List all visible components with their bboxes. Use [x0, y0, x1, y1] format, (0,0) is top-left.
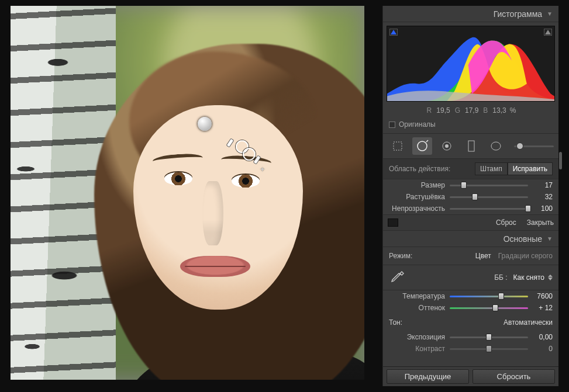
spot-opacity-row: Непрозрачность 100: [383, 203, 558, 214]
tint-value[interactable]: + 12: [533, 304, 553, 312]
basic-panel-header[interactable]: Основные ▼: [383, 231, 558, 247]
exposure-row: Экспозиция 0,00: [383, 331, 558, 343]
tint-row: Оттенок + 12: [383, 302, 558, 314]
treatment-row: Режим: Цвет Градации серого: [383, 247, 558, 265]
exposure-label: Экспозиция: [389, 333, 445, 341]
graduated-filter-icon[interactable]: [461, 137, 481, 155]
spot-feather-label: Растушёвка: [389, 193, 445, 201]
svg-rect-5: [468, 141, 474, 151]
spot-before-after-icon[interactable]: [388, 218, 398, 227]
spot-feather-row: Растушёвка 32: [383, 191, 558, 203]
svg-line-2: [426, 140, 428, 142]
svg-point-1: [418, 141, 427, 151]
photo-viewport[interactable]: +: [11, 6, 364, 380]
temp-value[interactable]: 7600: [533, 292, 553, 300]
area-label: Область действия:: [389, 165, 450, 173]
subject-lips: [180, 256, 250, 277]
temp-slider[interactable]: [450, 293, 528, 300]
subject-nose: [202, 181, 223, 245]
wb-preset-select[interactable]: Как снято: [513, 273, 553, 282]
spot-reset-link[interactable]: Сброс: [496, 218, 516, 227]
exposure-value[interactable]: 0,00: [533, 333, 553, 341]
spot-source-marker[interactable]: [198, 117, 212, 131]
histogram-title: Гистограмма: [494, 9, 542, 19]
mode-clone[interactable]: Исправить: [508, 162, 553, 175]
contrast-label: Контраст: [389, 345, 445, 353]
contrast-row: Контраст 0: [383, 343, 558, 355]
temp-row: Температура 7600: [383, 290, 558, 302]
contrast-slider[interactable]: [450, 345, 528, 352]
contrast-value[interactable]: 0: [533, 345, 553, 353]
basic-title: Основные: [504, 234, 542, 244]
rgb-readout: R19,5 G17,9 B13,3 %: [383, 105, 558, 118]
tone-header: Тон: Автоматически: [383, 314, 558, 331]
tone-auto-link[interactable]: Автоматически: [504, 318, 553, 327]
previous-button[interactable]: Предыдущие: [387, 369, 469, 384]
originals-row[interactable]: Оригиналы: [383, 118, 558, 134]
spot-options-header: Область действия: Штамп Исправить: [383, 159, 558, 179]
develop-right-panel: Гистограмма ▼ R19,5 G17,9 B13,3 % Оригин…: [383, 6, 558, 386]
originals-checkbox[interactable]: [389, 122, 395, 128]
svg-point-4: [445, 144, 449, 148]
reset-button[interactable]: Сбросить: [473, 369, 555, 384]
collapse-icon[interactable]: ▼: [547, 11, 553, 17]
spot-feather-value[interactable]: 32: [533, 193, 553, 201]
svg-point-6: [491, 142, 501, 150]
tint-label: Оттенок: [389, 304, 445, 312]
spot-opacity-value[interactable]: 100: [533, 204, 553, 213]
treatment-color[interactable]: Цвет: [475, 252, 491, 260]
wb-row: ББ : Как снято: [383, 265, 558, 290]
histogram-display[interactable]: [387, 26, 555, 102]
spot-size-slider[interactable]: [450, 182, 528, 189]
spot-removal-tool-icon[interactable]: [412, 137, 432, 155]
subject-eye-left: [164, 172, 192, 185]
svg-rect-0: [394, 142, 402, 150]
spot-mode-toggle[interactable]: Штамп Исправить: [475, 162, 553, 175]
collapse-icon[interactable]: ▼: [547, 235, 553, 242]
treatment-gray[interactable]: Градации серого: [498, 252, 553, 260]
temp-label: Температура: [389, 292, 445, 300]
basic-panel: Режим: Цвет Градации серого ББ : Как сня…: [383, 247, 558, 355]
tint-slider[interactable]: [450, 304, 528, 311]
spot-feather-slider[interactable]: [450, 193, 528, 200]
spot-size-value[interactable]: 17: [533, 181, 553, 189]
spot-opacity-slider[interactable]: [450, 205, 528, 212]
brush-flow-mini-slider[interactable]: [514, 145, 554, 147]
originals-label: Оригиналы: [399, 120, 436, 129]
wb-label: ББ :: [494, 273, 507, 282]
spot-close-link[interactable]: Закрыть: [527, 218, 554, 227]
histogram-curves: [387, 26, 555, 101]
subject-eye-right: [232, 175, 260, 188]
spot-size-row: Размер 17: [383, 179, 558, 191]
app-frame: + Гистограмма ▼ R19,5 G17,9 B13,3 %: [0, 0, 569, 392]
spot-size-label: Размер: [389, 181, 445, 189]
tone-label: Тон:: [389, 318, 402, 327]
mode-heal[interactable]: Штамп: [475, 162, 508, 175]
radial-filter-icon[interactable]: [486, 137, 506, 155]
local-tools-strip: [383, 134, 558, 159]
spot-opacity-label: Непрозрачность: [389, 204, 445, 213]
crop-tool-icon[interactable]: [388, 137, 408, 155]
eyedropper-icon[interactable]: [389, 270, 405, 285]
panel-scrollbar-thumb[interactable]: [559, 152, 562, 169]
redeye-tool-icon[interactable]: [437, 137, 457, 155]
spot-footer-row: Сброс Закрыть: [383, 214, 558, 231]
exposure-slider[interactable]: [450, 334, 528, 341]
treatment-label: Режим:: [389, 252, 412, 260]
histogram-panel-header[interactable]: Гистограмма ▼: [383, 6, 558, 22]
panel-footer-buttons: Предыдущие Сбросить: [383, 366, 558, 386]
